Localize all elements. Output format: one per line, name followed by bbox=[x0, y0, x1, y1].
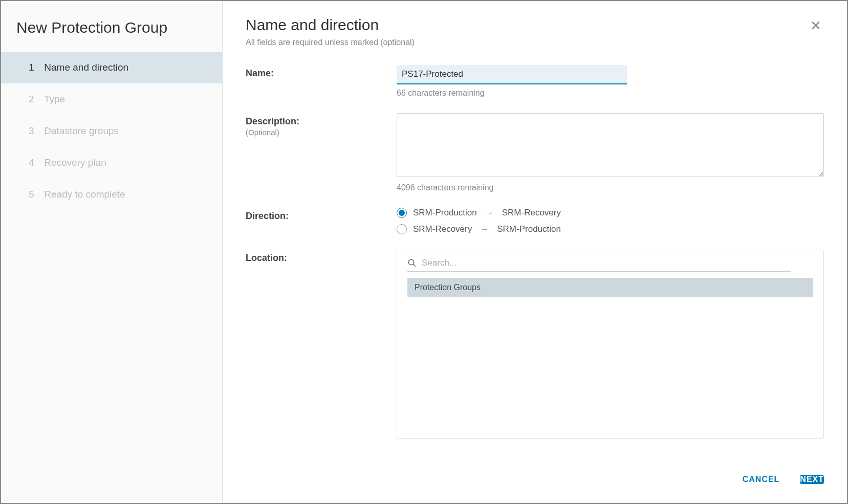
step-label: Type bbox=[44, 94, 65, 104]
description-field-wrapper: 4096 characters remaining bbox=[397, 113, 824, 192]
header-texts: Name and direction All fields are requir… bbox=[246, 16, 415, 65]
new-protection-group-dialog: New Protection Group 1 Name and directio… bbox=[0, 0, 848, 504]
description-textarea[interactable] bbox=[397, 113, 824, 177]
wizard-step-type[interactable]: 2 Type bbox=[1, 83, 222, 115]
name-input[interactable] bbox=[397, 65, 627, 84]
wizard-step-list: 1 Name and direction 2 Type 3 Datastore … bbox=[1, 52, 222, 210]
direction-option-recovery-to-prod[interactable]: SRM-Recovery → SRM-Production bbox=[397, 224, 824, 234]
wizard-step-datastore-groups[interactable]: 3 Datastore groups bbox=[1, 115, 222, 147]
search-icon bbox=[407, 258, 417, 268]
radio-icon bbox=[397, 208, 407, 218]
step-label: Datastore groups bbox=[44, 125, 119, 136]
step-label: Recovery plan bbox=[44, 157, 106, 168]
next-button[interactable]: NEXT bbox=[800, 475, 824, 484]
description-label: Description: (Optional) bbox=[246, 113, 397, 137]
direction-radio-group: SRM-Production → SRM-Recovery SRM-Recove… bbox=[397, 208, 824, 234]
description-helper-text: 4096 characters remaining bbox=[397, 183, 824, 192]
direction-option-prod-to-recovery[interactable]: SRM-Production → SRM-Recovery bbox=[397, 208, 824, 218]
direction-from: SRM-Recovery bbox=[413, 224, 472, 234]
name-field-wrapper: 66 characters remaining bbox=[397, 65, 824, 98]
page-title: Name and direction bbox=[246, 16, 415, 34]
direction-to: SRM-Recovery bbox=[502, 208, 561, 218]
wizard-step-name-direction[interactable]: 1 Name and direction bbox=[1, 52, 222, 83]
cancel-button[interactable]: CANCEL bbox=[732, 469, 790, 490]
dialog-footer: CANCEL NEXT bbox=[223, 456, 847, 503]
main-content: Name and direction All fields are requir… bbox=[223, 1, 847, 503]
location-label: Location: bbox=[246, 250, 397, 264]
step-label: Ready to complete bbox=[44, 189, 125, 200]
optional-text: (Optional) bbox=[246, 128, 397, 137]
page-header: Name and direction All fields are requir… bbox=[246, 16, 824, 65]
search-wrapper bbox=[407, 258, 791, 272]
close-icon[interactable]: ✕ bbox=[808, 16, 824, 35]
name-label: Name: bbox=[246, 65, 397, 79]
location-box: Protection Groups bbox=[397, 250, 824, 439]
step-number: 3 bbox=[29, 125, 41, 137]
description-row: Description: (Optional) 4096 characters … bbox=[246, 113, 824, 192]
svg-point-0 bbox=[408, 259, 414, 265]
wizard-step-ready-complete[interactable]: 5 Ready to complete bbox=[1, 179, 222, 210]
arrow-right-icon: → bbox=[485, 208, 494, 218]
location-search-input[interactable] bbox=[422, 258, 791, 268]
svg-line-1 bbox=[413, 264, 416, 267]
wizard-title: New Protection Group bbox=[1, 14, 222, 52]
location-field-wrapper: Protection Groups bbox=[397, 250, 824, 439]
content-body: Name and direction All fields are requir… bbox=[223, 1, 847, 456]
step-number: 1 bbox=[29, 62, 41, 73]
direction-label: Direction: bbox=[246, 208, 397, 222]
arrow-right-icon: → bbox=[480, 224, 489, 234]
location-item-protection-groups[interactable]: Protection Groups bbox=[407, 278, 813, 297]
radio-icon bbox=[397, 224, 407, 234]
description-label-text: Description: bbox=[246, 116, 299, 126]
name-helper-text: 66 characters remaining bbox=[397, 89, 824, 98]
direction-from: SRM-Production bbox=[413, 208, 477, 218]
name-row: Name: 66 characters remaining bbox=[246, 65, 824, 98]
step-number: 5 bbox=[29, 189, 41, 200]
location-row: Location: Protection Groups bbox=[246, 250, 824, 439]
wizard-sidebar: New Protection Group 1 Name and directio… bbox=[1, 1, 223, 503]
wizard-step-recovery-plan[interactable]: 4 Recovery plan bbox=[1, 147, 222, 179]
direction-to: SRM-Production bbox=[497, 224, 561, 234]
step-label: Name and direction bbox=[44, 62, 128, 73]
step-number: 4 bbox=[29, 157, 41, 168]
page-subtitle: All fields are required unless marked (o… bbox=[246, 38, 415, 47]
step-number: 2 bbox=[29, 94, 41, 105]
direction-row: Direction: SRM-Production → SRM-Recovery… bbox=[246, 208, 824, 234]
